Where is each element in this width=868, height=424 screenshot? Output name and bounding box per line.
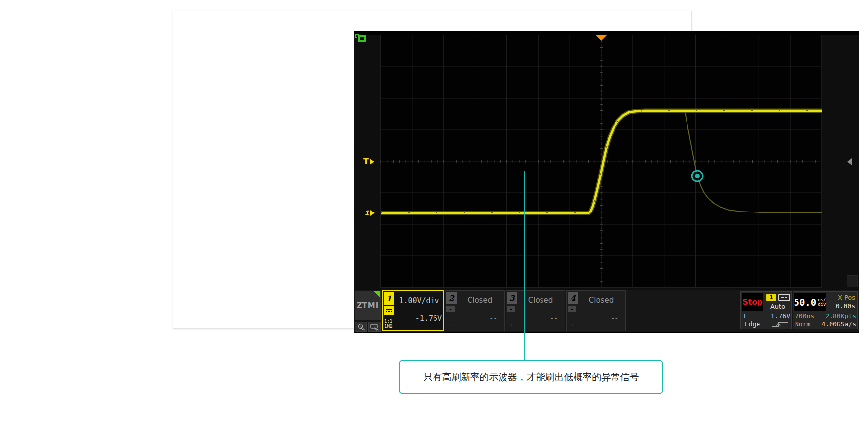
touch-press-icon: [357, 323, 365, 331]
trigger-level-value: 1.76V: [771, 312, 790, 319]
channel-4-coupling: -: [568, 306, 576, 312]
xpos-label: X-Pos: [838, 294, 855, 301]
channel-3-coupling: -: [507, 306, 515, 312]
timebase-unit: ns/div: [818, 298, 826, 307]
channel-2-value: --: [489, 315, 497, 322]
status-bar: ZTMI 1: [354, 290, 859, 332]
channel-1-probe: 1:11MΩ: [384, 319, 392, 329]
channel-3-tab: 3: [507, 292, 517, 304]
channel-4-state: Closed: [579, 296, 624, 305]
screenshot-card: T 1 ZTMI: [173, 11, 692, 329]
scope-bottom-strip: [354, 332, 859, 333]
channel-offset-arrow: [370, 210, 375, 216]
record-display-icon: [355, 34, 367, 43]
trigger-level-arrow: [370, 159, 374, 165]
touch-drag-button[interactable]: [368, 322, 381, 332]
channel-2-coupling: -: [446, 306, 455, 312]
trigger-type: Edge: [743, 320, 760, 328]
channel-1-tab: 1: [384, 292, 394, 305]
channel-3-box[interactable]: 3 - Closed -- -:-: [506, 290, 565, 331]
channel-2-box[interactable]: 2 - Closed -- -:-: [445, 290, 505, 331]
channel-1-box[interactable]: 1 1.00V/div -1.76V 1:11MΩ: [382, 290, 444, 331]
annotation-connector-line: [524, 171, 525, 360]
channel1-offset-marker[interactable]: 1: [364, 209, 375, 217]
channel-4-box[interactable]: 4 - Closed -- -:-: [566, 290, 626, 331]
dc-coupling-icon: [384, 306, 394, 315]
annotation-callout: 只有高刷新率的示波器，才能刷出低概率的异常信号: [399, 360, 663, 394]
brand-logo-text: ZTMI: [357, 301, 379, 310]
capture-window: 700ns: [795, 312, 814, 319]
acquisition-mode: Norm: [795, 320, 810, 328]
display-mode-icon: [778, 294, 790, 301]
trigger-panel[interactable]: Stop 1 Auto T 1.76V Edge: [740, 291, 792, 329]
channel1-offset-label: 1: [364, 209, 369, 217]
channel-4-value: --: [611, 315, 618, 322]
trigger-level-label: T: [363, 157, 369, 166]
channel-4-tab: 4: [568, 292, 578, 304]
channel-3-range: -:-: [507, 322, 515, 327]
timebase-scale-box: 50.0 ns/div: [794, 293, 826, 311]
timebase-scale: 50.0: [794, 297, 816, 308]
run-state-box: Stop: [742, 293, 763, 311]
channel-3-value: --: [550, 315, 558, 322]
timebase-panel[interactable]: 50.0 ns/div X-Pos 0.00s 700ns 2.80Kpts N…: [793, 291, 858, 329]
memory-depth: 2.80Kpts: [825, 312, 856, 319]
oscilloscope-screen: T 1 ZTMI: [354, 31, 859, 333]
page: T 1 ZTMI: [0, 0, 868, 424]
green-corner-triangle: [374, 291, 380, 298]
trigger-level-row-label: T: [743, 312, 747, 319]
sample-rate: 4.00GSa/s: [822, 320, 856, 328]
right-margin-box: [847, 275, 858, 287]
channel-2-state: Closed: [457, 296, 503, 305]
xpos-value: 0.00s: [836, 302, 855, 310]
trigger-level-marker[interactable]: T: [363, 157, 374, 166]
trigger-sweep-mode: Auto: [765, 303, 790, 310]
channel-1-scale: 1.00V/div: [397, 296, 442, 305]
trigger-source-badge: 1: [766, 294, 776, 301]
collapse-arrow-icon[interactable]: [847, 158, 852, 165]
channel-1-offset: -1.76V: [397, 314, 442, 323]
touch-press-button[interactable]: [355, 322, 367, 332]
touch-drag-icon: [370, 323, 379, 331]
channel-2-tab: 2: [446, 292, 457, 304]
waveform-display: [354, 31, 859, 333]
brand-logo: ZTMI: [355, 291, 381, 320]
run-state: Stop: [742, 297, 763, 307]
rising-edge-icon: [771, 321, 790, 328]
annotation-text: 只有高刷新率的示波器，才能刷出低概率的异常信号: [424, 371, 639, 384]
channel-2-range: -:-: [447, 322, 455, 327]
channel-4-range: -:-: [568, 322, 576, 327]
